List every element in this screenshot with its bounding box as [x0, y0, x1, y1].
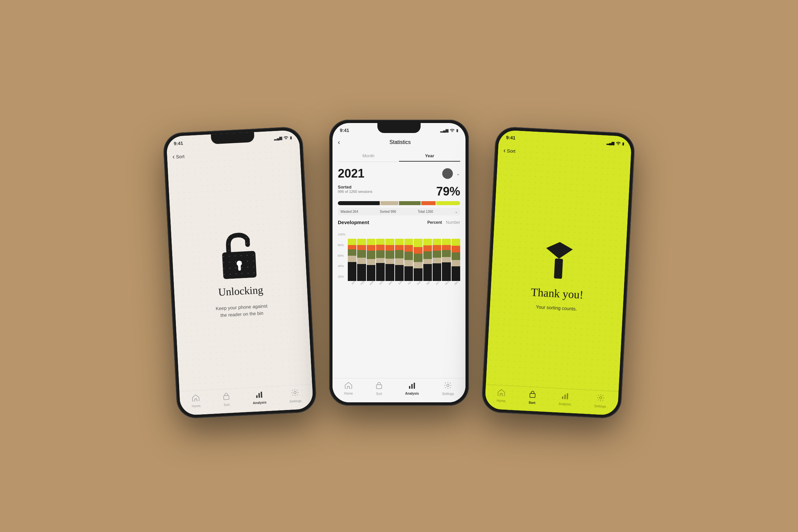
progress-bar: [338, 201, 460, 205]
bar-seg: [385, 239, 394, 245]
bar-seg: [357, 264, 366, 281]
svg-rect-3: [224, 395, 229, 400]
dev-tab-number[interactable]: Number: [446, 220, 460, 225]
bar-seg: [442, 250, 451, 257]
svg-rect-10: [411, 384, 413, 389]
progress-seg-olive: [399, 201, 421, 205]
bar-seg: [404, 260, 413, 266]
wifi-icon-2: [450, 128, 455, 133]
bar-seg: [348, 249, 357, 256]
bar-seg: [376, 258, 385, 263]
nav-home-label-3: Home: [496, 399, 506, 403]
battery-icon-3: ▮: [622, 141, 624, 146]
year-row: 2021 ⌄: [338, 167, 460, 180]
bar-seg: [395, 250, 404, 258]
bar-seg: [414, 262, 422, 268]
nav-analysis-label-3: Analysis: [558, 402, 571, 406]
signal-icon-2: ▂▄▆: [440, 128, 448, 133]
screen-statistics: 9:41 ▂▄▆ ▮ ‹ Statistics Mo: [332, 123, 466, 402]
year-color-dot[interactable]: [442, 168, 453, 179]
signal-icon-3: ▂▄▆: [606, 141, 614, 145]
legend-chevron[interactable]: ⌄: [455, 210, 457, 213]
thankyou-title: Thank you!: [531, 286, 584, 301]
dev-title: Development: [338, 220, 369, 225]
settings-icon-1: [291, 389, 299, 398]
nav-analysis-2[interactable]: Analysis: [405, 382, 419, 395]
year-chevron-icon[interactable]: ⌄: [456, 171, 460, 176]
lock-icon-1: [223, 392, 229, 402]
dev-tabs: Percent Number: [427, 220, 460, 225]
bar-seg: [357, 250, 366, 258]
nav-settings-3[interactable]: Settings: [594, 394, 607, 408]
bar-stack-aug: [414, 239, 422, 281]
bar-seg: [433, 239, 441, 245]
bar-seg: [348, 256, 357, 262]
lock-open-icon: [218, 231, 260, 279]
status-icons-1: ▂▄▆ ▮: [274, 135, 292, 141]
bar-seg: [423, 259, 432, 264]
nav-home-3[interactable]: Home: [496, 389, 506, 403]
unlock-desc: Keep your phone againstthe reader on the…: [215, 302, 268, 319]
nav-sort-2[interactable]: Sort: [376, 382, 382, 396]
nav-sort-label-1: Sort: [224, 403, 230, 407]
svg-rect-16: [562, 396, 563, 399]
scene: 9:41 ▂▄▆ ▮ Sort: [0, 0, 798, 532]
svg-rect-6: [261, 392, 262, 398]
battery-icon: ▮: [290, 135, 292, 140]
back-button-3[interactable]: Sort: [503, 147, 516, 155]
back-label-1: Sort: [176, 154, 185, 159]
funnel-icon: [541, 238, 577, 283]
svg-point-19: [600, 396, 602, 399]
back-button-2[interactable]: ‹: [338, 138, 340, 146]
tab-month[interactable]: Month: [338, 151, 399, 162]
bar-stack-sep: [423, 239, 432, 281]
bar-seg: [452, 239, 460, 246]
bar-seg: [452, 252, 460, 260]
nav-sort-1[interactable]: Sort: [223, 392, 230, 407]
bar-month-label: FEB: [360, 280, 365, 285]
nav-sort-label-3: Sort: [529, 401, 536, 405]
bar-seg: [385, 259, 394, 264]
dev-tab-percent[interactable]: Percent: [427, 220, 442, 225]
screen-unlocking: 9:41 ▂▄▆ ▮ Sort: [166, 130, 313, 416]
bar-seg: [395, 258, 404, 265]
y-label-60: 60%: [338, 254, 345, 258]
battery-icon-2: ▮: [456, 128, 458, 133]
bar-seg: [367, 265, 375, 281]
lock-icon-2: [376, 382, 382, 391]
nav-home-1[interactable]: Home: [191, 394, 201, 408]
lock-icon-3: [529, 391, 536, 400]
y-label-100: 100%: [338, 233, 345, 236]
nav-analysis-3[interactable]: Analysis: [558, 392, 572, 406]
stats-legend[interactable]: Wasted 264 Sorted 996 Total 1260 ⌄: [338, 208, 460, 215]
bar-col-feb: FEB: [357, 239, 366, 284]
bar-stack-apr: [376, 239, 385, 281]
nav-settings-2[interactable]: Settings: [442, 382, 454, 396]
bar-seg: [348, 262, 357, 281]
bar-seg: [452, 260, 460, 266]
bar-seg: [376, 239, 385, 245]
tab-year[interactable]: Year: [399, 151, 460, 162]
nav-analysis-1[interactable]: Analysis: [252, 391, 266, 405]
chevron-left-icon-1: [172, 153, 175, 160]
svg-point-7: [294, 391, 296, 394]
bar-seg: [414, 254, 422, 262]
bar-col-sep: SEP: [423, 239, 432, 284]
bar-seg: [367, 245, 375, 251]
legend-wasted: Wasted 264: [341, 210, 358, 213]
bar-stack-may: [385, 239, 394, 281]
nav-settings-1[interactable]: Settings: [289, 389, 302, 403]
back-button-1[interactable]: Sort: [172, 152, 185, 160]
bar-seg: [423, 251, 432, 259]
svg-rect-8: [376, 385, 382, 389]
nav-home-label-2: Home: [344, 392, 353, 395]
chart-bars: JANFEBMARAPRMAYJUNJULAUGSEPOCTNOVDEC: [348, 233, 460, 284]
home-icon-1: [192, 394, 200, 403]
bar-month-label: JUN: [398, 280, 403, 285]
wifi-icon: [284, 135, 289, 140]
bar-stack-jul: [404, 239, 413, 281]
nav-sort-3[interactable]: Sort: [529, 391, 536, 405]
stats-header: ‹ Statistics Month Year: [332, 136, 466, 162]
nav-home-2[interactable]: Home: [344, 382, 353, 395]
bar-seg: [357, 239, 366, 245]
